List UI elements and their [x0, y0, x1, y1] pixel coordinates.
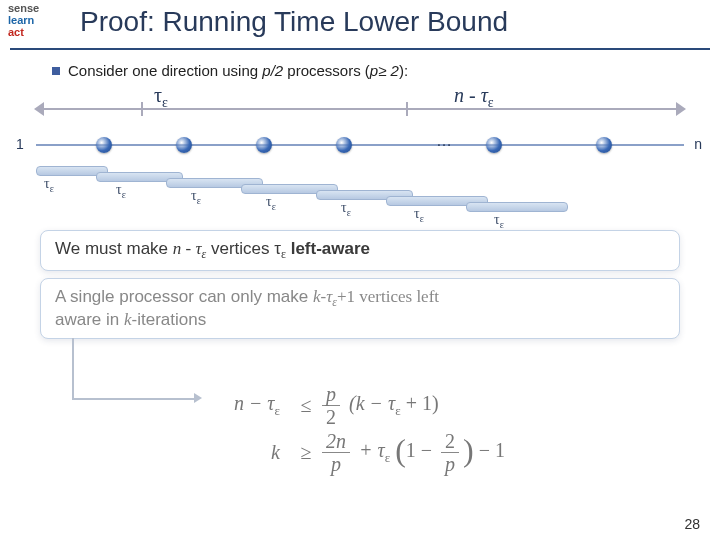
bullet-pre: Consider one direction using [68, 62, 262, 79]
title-underline [10, 48, 710, 50]
page-number: 28 [684, 516, 700, 532]
callout-single-processor: A single processor can only make k-τε+1 … [40, 278, 680, 339]
sweep-label: τε [414, 206, 424, 224]
range-label-tau-sym: τ [154, 84, 162, 106]
ineq2-a-den: p [322, 453, 350, 474]
bullet-cond: p≥ 2 [370, 62, 399, 79]
inequality-row-2: k ≥ 2np + τε (1 − 2p) − 1 [200, 431, 580, 474]
inequality-block: n − τε ≤ p2 (k − τε + 1) k ≥ 2np + τε (1… [200, 380, 580, 478]
sweep-label: τε [494, 212, 504, 230]
range-label-n-minus-tau: n - τε [454, 84, 494, 111]
sweep-label: τε [191, 188, 201, 206]
graph-node [256, 137, 272, 153]
ineq2-op: ≥ [294, 441, 318, 464]
node-label-1: 1 [16, 136, 24, 152]
range-label-tau: τε [154, 84, 168, 111]
range-label-n-minus-tau-txt: n - τ [454, 84, 488, 106]
range-label-tau-eps: ε [162, 95, 168, 110]
ineq2-tail: − 1 [479, 439, 505, 461]
graph-node [486, 137, 502, 153]
logo-line-sense: sense [8, 2, 39, 14]
logo-line-learn: learn [8, 14, 34, 26]
range-axis [36, 108, 684, 110]
callout2-post: +1 vertices left [337, 287, 439, 306]
node-ellipsis: … [436, 132, 452, 150]
ineq1-lhs: n − τ [234, 392, 275, 414]
bullet-text: Consider one direction using p/2 process… [68, 62, 408, 79]
sweep-label: τε [266, 194, 276, 212]
callout2-k: k [124, 310, 132, 329]
sweep-label: τε [116, 182, 126, 200]
callout1-expr: n - τ [173, 239, 202, 258]
graph-node [96, 137, 112, 153]
ineq1-tail: (k − τ [349, 392, 395, 414]
callout1-mid: vertices τ [206, 239, 281, 258]
ineq2-lhs: k [200, 441, 294, 464]
range-arrow-right-icon [676, 102, 686, 116]
ineq2-par-num: 2 [441, 431, 459, 453]
connector-arrow-icon [72, 338, 194, 400]
bullet-mid: processors ( [283, 62, 370, 79]
bullet-frac: p/2 [262, 62, 283, 79]
diagram-area: τε n - τε 1 n … τε τε τε τε τε τε τε [36, 90, 684, 210]
logo-sense-learn-act: sense learn act [8, 2, 39, 38]
callout2-l2a: aware in [55, 310, 124, 329]
ineq2-a-num: 2n [322, 431, 350, 453]
graph-node [596, 137, 612, 153]
ineq1-num: p [322, 384, 340, 406]
sweep-bar [466, 202, 568, 212]
callout-left-aware: We must make n - τε vertices τε left-awa… [40, 230, 680, 271]
page-title: Proof: Running Time Lower Bound [80, 6, 700, 38]
range-tick-left [141, 102, 143, 116]
inequality-row-1: n − τε ≤ p2 (k − τε + 1) [200, 384, 580, 427]
callout1-pre: We must make [55, 239, 173, 258]
node-axis [36, 144, 684, 146]
node-label-n: n [694, 136, 702, 152]
sweep-label: τε [44, 176, 54, 194]
bullet-post: ): [399, 62, 408, 79]
logo-line-act: act [8, 26, 24, 38]
graph-node [176, 137, 192, 153]
ineq1-op: ≤ [294, 394, 318, 417]
callout2-pre: A single processor can only make [55, 287, 313, 306]
ineq1-tail2: + 1) [401, 392, 439, 414]
sweep-label: τε [341, 200, 351, 218]
ineq2-par-pre: 1 − [406, 439, 437, 461]
callout2-expr: k-τ [313, 287, 332, 306]
ineq2-plus: + τ [359, 439, 385, 461]
callout1-post: left-aware [291, 239, 370, 258]
ineq1-den: 2 [322, 406, 340, 427]
callout2-l2b: -iterations [132, 310, 207, 329]
range-label-n-minus-tau-eps: ε [488, 95, 494, 110]
bullet-icon [52, 67, 60, 75]
graph-node [336, 137, 352, 153]
range-arrow-left-icon [34, 102, 44, 116]
ineq2-par-den: p [441, 453, 459, 474]
range-tick-right [406, 102, 408, 116]
